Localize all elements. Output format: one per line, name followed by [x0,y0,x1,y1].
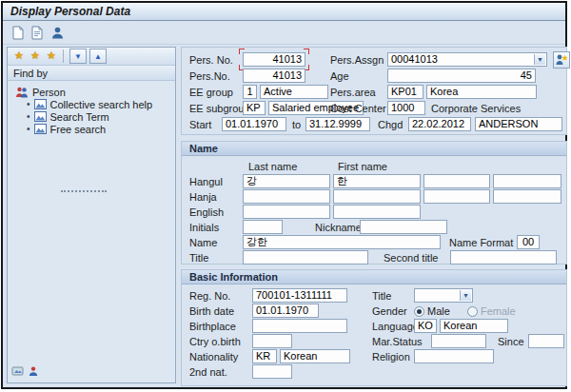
main-toolbar [3,21,565,45]
religion-label: Religion [372,351,410,363]
chevron-down-icon[interactable]: ▼ [460,290,471,301]
pers-no-label: Pers. No. [189,54,233,67]
title-combo[interactable]: ▼ [414,288,473,303]
name-panel: Name Last name First name Hangul 강 한 Han… [181,141,567,265]
ee-group-text-field[interactable]: Active [260,85,328,99]
pers-area-text-field[interactable]: Korea [426,85,537,99]
hangul-label: Hangul [189,176,223,188]
move-down-button[interactable]: ▼ [69,49,87,64]
cost-center-label: Cost Center [330,103,386,115]
age-field[interactable]: 45 [387,69,536,83]
add-favorite-star-icon[interactable]: ★ [30,49,40,62]
second-nat-field[interactable] [252,364,292,379]
to-label: to [292,119,301,131]
hanja-extra1-field[interactable] [423,189,490,204]
tree-item-label: Collective search help [50,99,153,110]
title-field[interactable] [243,250,368,265]
second-title-field[interactable] [450,250,557,265]
since-label: Since [498,336,524,348]
bullet-icon: • [27,111,30,122]
document-list-button[interactable] [28,24,46,42]
move-up-button[interactable]: ▲ [89,49,107,64]
bullet-icon: • [27,124,30,134]
language-text-field[interactable]: Korean [440,319,508,333]
find-by-header: Find by [8,66,175,81]
sap-window: Display Personal Data ★ ★ ★ ▼ ▲ Find by [1,1,567,389]
basic-info-panel: Basic Information Reg. No. 700101-131111… [181,269,567,386]
second-title-label: Second title [384,252,438,265]
hangul-first-field[interactable]: 한 [333,174,421,188]
image-icon[interactable] [11,365,24,379]
since-field[interactable] [528,334,564,348]
tree-item-collective-search-help[interactable]: • Collective search help [27,98,152,110]
hanja-first-field[interactable] [333,189,421,204]
person-small-icon[interactable] [28,365,39,379]
birthplace-field[interactable] [252,319,347,333]
reg-no-field[interactable]: 700101-1311111 [252,288,347,303]
birth-date-field[interactable]: 01.01.1970 [252,304,319,318]
sidebar-bottom-icons [11,365,39,379]
religion-field[interactable] [414,349,494,363]
english-first-field[interactable] [333,205,421,219]
tree-item-free-search[interactable]: • Free search [27,123,106,135]
nickname-field[interactable] [360,220,447,234]
end-date-field[interactable]: 31.12.9999 [305,117,370,131]
pers-assgn-label: Pers.Assgn [330,54,384,67]
start-date-field[interactable]: 01.01.1970 [222,117,286,131]
language-field[interactable]: KO [414,319,437,333]
chevron-down-icon[interactable]: ▼ [534,54,545,65]
last-name-column-label: Last name [248,161,297,173]
toolbar-separator [63,49,64,63]
language-label: Language [372,321,419,333]
bullet-icon: • [27,99,30,109]
tree-item-search-term[interactable]: • Search Term [27,110,109,123]
nationality-field[interactable]: KR [252,349,277,363]
hangul-extra2-field[interactable] [493,174,561,188]
nationality-text-field[interactable]: Korean [280,349,350,363]
english-label: English [189,206,224,219]
birth-date-label: Birth date [189,305,234,318]
ee-subgroup-field[interactable]: KP [243,101,266,115]
pers-area-field[interactable]: KP01 [387,85,423,99]
tree-node-person[interactable]: Person [15,86,66,98]
arrow-down-icon: ▼ [74,52,82,61]
splitter-dots[interactable] [61,190,107,192]
age-label: Age [330,70,349,83]
pers-assgn-combo[interactable]: 00041013 ▼ [387,52,547,67]
initials-field[interactable] [243,220,283,234]
chgd-date-field[interactable]: 22.02.2012 [408,117,471,131]
name-section-title: Name [189,143,218,154]
header-panel: Pers. No. 41013 Pers.Assgn 00041013 ▼ Pe… [181,47,567,135]
ee-group-field[interactable]: 1 [243,85,257,99]
english-last-field[interactable] [243,205,330,219]
start-label: Start [189,119,211,131]
assignment-overview-button[interactable] [553,51,570,69]
document-list-icon [30,26,44,40]
person-button[interactable] [49,24,67,42]
favorite-star-icon[interactable]: ★ [14,49,24,62]
pers-no2-field[interactable]: 41013 [243,69,305,83]
favorites-list-star-icon[interactable]: ★ [47,49,56,62]
pers-no-field[interactable]: 41013 [243,52,305,67]
initials-label: Initials [189,222,219,234]
hangul-extra1-field[interactable] [423,174,490,188]
radio-unselected-icon [467,306,478,317]
hanja-last-field[interactable] [243,189,330,204]
full-name-field[interactable]: 강한 [243,235,441,249]
ctry-birth-field[interactable] [252,334,292,348]
ee-group-label: EE group [189,87,233,99]
person-icon [50,26,65,40]
hangul-last-field[interactable]: 강 [243,174,330,188]
chgd-by-field[interactable]: ANDERSON [475,117,562,131]
gender-male-radio[interactable]: Male [414,304,450,318]
radio-selected-icon [414,306,424,317]
chgd-label: Chgd [378,119,403,131]
document-button[interactable] [9,24,27,42]
basic-section-header: Basic Information [182,270,566,284]
mar-status-field[interactable] [431,334,486,348]
hanja-extra2-field[interactable] [493,189,561,204]
tree-item-label: Search Term [50,111,109,123]
gender-female-radio[interactable]: Female [467,304,516,318]
cost-center-field[interactable]: 1000 [387,101,425,115]
name-format-field[interactable]: 00 [517,235,540,249]
